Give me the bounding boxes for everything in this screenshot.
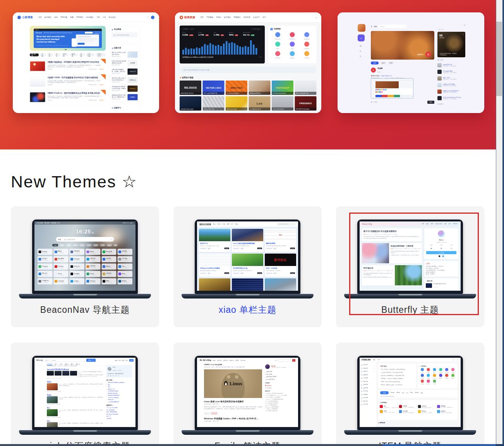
item-hot-row[interactable]: ·V2EX - 创意工作者们的话题交流社区。 <box>380 380 415 383</box>
facile-search-button[interactable]: Q <box>292 359 295 362</box>
blog-nav-item[interactable]: 精选 <box>54 16 58 19</box>
nav-tile[interactable]: 电子书库 4.1 · 热度1.2k <box>118 256 132 262</box>
tool-icon[interactable] <box>451 368 454 371</box>
result-title[interactable]: 梵净山 <box>47 394 103 396</box>
xiao-card-title[interactable]: 2025，元旦快乐 <box>266 267 295 269</box>
xaink-toplink[interactable]: 教程 <box>118 359 121 361</box>
facile-nav-item[interactable]: 留言板 <box>236 359 239 361</box>
xiao-post-card[interactable]: 2025.01.07 生活 MORE <box>265 278 296 291</box>
bell-icon[interactable]: ◔ <box>461 24 463 26</box>
tab-best[interactable]: 精华 <box>380 62 386 65</box>
hot-link[interactable]: 小试牛刀公众号推送 <box>108 397 132 399</box>
blog-search-input[interactable]: 输入关键词按回车搜索 <box>112 33 138 37</box>
tool-item[interactable]: 在线PS <box>419 368 425 373</box>
latest-item-title[interactable]: 高端新加坡原生IP 大带宽年付 三网回程优化 # LISAHOST... <box>112 94 127 98</box>
recommend-item[interactable]: Photoshop <box>271 32 285 40</box>
hot-item[interactable]: 世界，您好！ 4 REPLIES，2716 VIEWS <box>437 75 465 82</box>
nav-tile[interactable]: 恒星奇缘 4.1 · 热度1.2k <box>101 271 116 277</box>
tool-icon[interactable] <box>451 374 454 377</box>
nav-tile[interactable]: iconfont 4.1 · 热度1.2k <box>70 278 84 285</box>
xiao-card-title[interactable]: 精选考试资料 <box>266 242 295 245</box>
design-search-icon[interactable]: ○̶ <box>315 16 317 19</box>
app-icon[interactable] <box>304 42 309 47</box>
xaink-hot-item[interactable]: 6 新年快乐 龙年大吉 <box>106 392 132 395</box>
hot-link[interactable]: 丹霞山游记 <box>108 399 132 401</box>
nav-tile[interactable]: MDN 4.1 · 热度1.2k <box>101 278 116 285</box>
search-icon[interactable] <box>453 359 454 361</box>
latest-item[interactable]: 代码片段美化截图工具，多风格、多语言支持 # CHALK.IST 2025年01… <box>112 67 138 76</box>
category-tab[interactable]: 摸鱼 <box>106 244 112 247</box>
nav-tile[interactable]: 300导航 4.1 · 热度1.2k <box>118 249 132 255</box>
blog-nav-item[interactable]: 相册 <box>70 16 74 19</box>
app-icon[interactable] <box>304 32 309 37</box>
brand-item[interactable]: H5游戏 休闲小游戏，在线畅玩 <box>418 410 437 413</box>
xaink-toplink[interactable]: 留言 <box>122 359 124 361</box>
facile-post1-title[interactable]: Linux 使用 cron 每天定时执行命令或脚本 <box>204 400 262 403</box>
engine-tab[interactable]: Bing <box>410 392 413 394</box>
xaink-toplink[interactable]: 关于 <box>125 359 128 361</box>
xiao-card-title[interactable]: 2025年的备务小计划 <box>233 267 262 269</box>
hero-btn1[interactable]: Get started <box>85 32 93 34</box>
facile-nav-item[interactable]: 文章分类 <box>217 359 222 361</box>
recommend-item[interactable]: Illustrator <box>300 51 314 59</box>
facile-avatar[interactable] <box>265 364 270 369</box>
showcase-card-design[interactable]: 致美资源 首页平面素材灵感站技术教程视频教程优质资源从业设计其它 ○̶ ● 实时… <box>175 12 321 113</box>
resource-thumb[interactable]: iPhone 16 全套样机下载 <box>295 81 317 95</box>
design-nav-item[interactable]: 技术教程 <box>224 16 231 19</box>
xiao-post-card[interactable]: 2025年的备务小计划 有健身、steam的PC计划及参数清单.. 2025.0… <box>232 254 263 277</box>
blog-tag-pill[interactable]: 洛杉矶 <box>62 53 69 57</box>
post-category[interactable]: VPS优惠 <box>48 69 52 70</box>
xaink-result[interactable]: 华山 2024-01-21 华山，古称西岳，为五岳之西岳，自古以来就有奇险天下第… <box>47 420 103 427</box>
resource-thumb[interactable]: 3D立体几何背景素材 <box>203 96 225 111</box>
facile-date-pill[interactable]: 2025/1/7 <box>204 412 210 414</box>
item-hot-row[interactable]: ·人人影视 - 美剧韩剧，海外影视资源分享站。 <box>380 371 415 374</box>
xiao-cat-pill[interactable]: 生活 <box>273 273 277 274</box>
brand-item[interactable]: UWO 文学作品，诗歌与小说集 <box>380 410 399 413</box>
engine-tab[interactable]: GitHub <box>396 392 400 394</box>
category-tab[interactable]: 资讯 <box>93 244 99 247</box>
blog-nav-item[interactable]: 下载 <box>96 16 100 19</box>
daily-card[interactable]: 08 JANUARY ◇ 人的自信的确是不容易，实现自己 了四处飘头发) <box>437 32 465 57</box>
theme-toggle-icon[interactable] <box>457 359 459 361</box>
design-nav-item[interactable]: 其它 <box>263 16 266 19</box>
category-tab[interactable]: 社区 <box>59 244 65 247</box>
post-screenshot[interactable] <box>371 78 413 98</box>
theme-card-item[interactable]: ITEMLINK 首页 关于 ▦热门推荐▾ ▦社区论坛▾ <box>336 343 484 446</box>
result-title[interactable]: 华山 <box>47 420 103 422</box>
item-menu-row[interactable]: ▦资源下载 <box>361 386 375 390</box>
facile-post2-title[interactable]: Windows 手动搭建 Caddy + PHP + MySQL 的 PHP 开… <box>204 417 262 420</box>
xiao-post-card[interactable]: 新年快乐 2025，元旦快乐 2025，新年快乐，元旦快乐... 2025.01… <box>265 254 296 277</box>
recommend-item[interactable]: Mockups <box>300 42 314 50</box>
recommend-item[interactable]: Typecho <box>285 51 300 59</box>
xaink-social-icons[interactable]: D A B D C <box>108 375 131 376</box>
app-icon[interactable] <box>290 51 295 56</box>
item-menu-row[interactable]: ▦技术文章▾ <box>361 376 375 380</box>
latest-item-title[interactable]: 海外商家迎新 GIA 回程 年付VPS 低至 # RAKN-NB... <box>112 86 127 89</box>
xaink-hot-item[interactable]: 4 最近这三个月 <box>106 388 132 390</box>
blog-hero-carousel[interactable]: 1Password Why 1Password Features Busines… <box>30 26 106 51</box>
resource-thumb[interactable]: 50LOGOS 2024年度50佳LOGO设计 <box>180 81 201 95</box>
nav-tile[interactable]: MongoDB 4.1 · 热度1.2k <box>101 249 116 255</box>
resource-thumb[interactable]: FREEBIES PSD SKETCH & AI 免费包 <box>295 96 317 111</box>
xaink-comments-title[interactable]: 最新评论 > <box>106 405 132 407</box>
xiao-nav-item[interactable]: 关于 <box>231 223 234 225</box>
blog-post-row[interactable]: #测评# Chalk.ist - 程序员的截图美化分享神器 多风格 多语言 Ch… <box>30 90 106 105</box>
hot-link[interactable]: 新年快乐 龙年大吉 <box>108 393 132 395</box>
item-menu-row[interactable]: ▦更多分类 <box>361 403 375 406</box>
xaink-top-result[interactable]: Typecho仿百度搜索式主题Xaink 2024-04-27 关于这个肯定功能… <box>47 368 103 379</box>
recommend-item[interactable]: Logo <box>285 42 300 50</box>
hot-item[interactable]: 白嫖docker管理面板 3 REPLIES，2618 VIEWS <box>437 82 465 88</box>
tool-item[interactable]: 在线抠图 <box>437 368 444 373</box>
carousel-dots[interactable] <box>65 49 71 50</box>
theme-card-beaconnav[interactable]: 老王工具箱 · 网址导航 · 使用帮助 · 关于 2025年1月7日 星期二 1… <box>11 206 159 327</box>
nav-tile[interactable]: 网盘七盘 4.1 · 热度1.2k <box>38 271 52 277</box>
nav-tile[interactable]: Midjour.. 4.1 · 热度1.2k <box>101 264 116 270</box>
post-author[interactable]: 李逍遥 <box>377 67 383 70</box>
nav-tile[interactable]: MySQL 4.1 · 热度1.2k <box>118 278 132 285</box>
latest-item[interactable]: 高端新加坡原生IP 大带宽年付 三网回程优化 # LISAHOST... 202… <box>112 93 138 101</box>
xiao-card-title[interactable]: 春节半个月 <box>200 242 229 245</box>
tool-icon[interactable] <box>421 374 424 377</box>
app-icon[interactable] <box>275 51 280 56</box>
xiao-cat-pill[interactable]: 生活 <box>207 248 211 249</box>
tool-icon[interactable] <box>445 368 448 371</box>
